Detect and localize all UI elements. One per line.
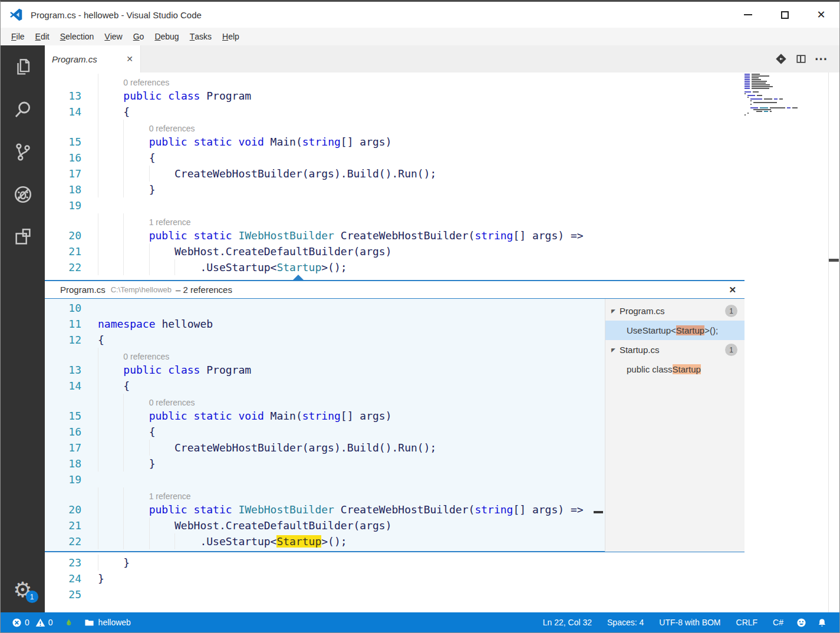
- minimap-line: [745, 93, 832, 94]
- code-line[interactable]: 13public class Program: [45, 88, 839, 104]
- indent-guide: [123, 456, 149, 472]
- code-line[interactable]: 21WebHost.CreateDefaultBuilder(args): [45, 243, 839, 259]
- reference-item[interactable]: public class Startup: [605, 360, 745, 379]
- code-line[interactable]: 13public class Program: [45, 362, 605, 378]
- codelens-row[interactable]: 1 reference: [45, 487, 605, 502]
- line-number: [45, 74, 81, 88]
- line-number: 16: [45, 424, 81, 440]
- minimap[interactable]: [745, 74, 832, 116]
- more-actions-icon[interactable]: ⋯: [811, 49, 831, 69]
- search-icon[interactable]: [8, 95, 38, 124]
- open-changes-icon[interactable]: [771, 49, 791, 69]
- indent-guide: [98, 150, 123, 166]
- code-line[interactable]: 11namespace helloweb: [45, 316, 605, 332]
- code-line[interactable]: 22.UseStartup<Startup>();: [45, 259, 839, 275]
- menu-debug[interactable]: Debug: [149, 28, 184, 45]
- code-line[interactable]: 14{: [45, 378, 605, 394]
- tab-close-icon[interactable]: ✕: [126, 54, 133, 64]
- code-line[interactable]: 14{: [45, 104, 839, 120]
- code-line[interactable]: 21WebHost.CreateDefaultBuilder(args): [45, 517, 605, 533]
- peek-close-icon[interactable]: ✕: [729, 285, 736, 295]
- warning-count: 0: [48, 618, 53, 627]
- minimap-line: [745, 98, 832, 100]
- code-line[interactable]: 20public static IWebHostBuilder CreateWe…: [45, 228, 839, 243]
- cursor-position[interactable]: Ln 22, Col 32: [535, 618, 599, 627]
- code-line[interactable]: 15public static void Main(string[] args): [45, 408, 605, 424]
- indent-guide: [123, 243, 149, 259]
- codelens-row[interactable]: 0 references: [45, 74, 839, 88]
- menu-selection[interactable]: Selection: [55, 28, 100, 45]
- codelens-row[interactable]: 0 references: [45, 120, 839, 134]
- notifications-bell-icon[interactable]: [812, 612, 832, 632]
- code-line[interactable]: 19: [45, 197, 839, 213]
- menu-edit[interactable]: Edit: [30, 28, 55, 45]
- line-number: 20: [45, 228, 81, 243]
- minimize-button[interactable]: [730, 2, 766, 28]
- settings-button[interactable]: ⚙ 1: [13, 579, 32, 601]
- split-editor-icon[interactable]: [791, 49, 811, 69]
- indent-guide: [123, 134, 149, 150]
- line-number: 22: [45, 259, 81, 275]
- menu-help[interactable]: Help: [217, 28, 245, 45]
- project-picker[interactable]: helloweb: [79, 612, 136, 632]
- reference-file-name: Program.cs: [620, 306, 665, 316]
- codelens-row[interactable]: 0 references: [45, 348, 605, 362]
- line-number: 14: [45, 378, 81, 394]
- menu-view[interactable]: View: [99, 28, 127, 45]
- indent-guide: [123, 259, 149, 275]
- match-highlight: Startup: [673, 364, 701, 374]
- code-line[interactable]: 25: [45, 586, 839, 602]
- close-button[interactable]: ✕: [803, 2, 839, 28]
- explorer-icon[interactable]: [8, 52, 38, 82]
- peek-header: Program.cs C:\Temp\helloweb – 2 referenc…: [45, 281, 745, 299]
- menu-file[interactable]: File: [6, 28, 30, 45]
- language-mode[interactable]: C#: [765, 618, 791, 627]
- twistie-expanded-icon[interactable]: ◤: [611, 347, 615, 353]
- feedback-smiley-icon[interactable]: [791, 612, 812, 632]
- code-line[interactable]: 20public static IWebHostBuilder CreateWe…: [45, 502, 605, 517]
- code-line[interactable]: 17CreateWebHostBuilder(args).Build().Run…: [45, 440, 605, 456]
- code-line[interactable]: 24}: [45, 571, 839, 586]
- code-line[interactable]: 18}: [45, 182, 839, 197]
- maximize-button[interactable]: [766, 2, 803, 28]
- code-line[interactable]: 22.UseStartup<Startup>();: [45, 533, 605, 549]
- indent-guide: [98, 104, 123, 120]
- code-line[interactable]: 23}: [45, 555, 839, 571]
- reference-item[interactable]: UseStartup<Startup>();: [605, 321, 745, 340]
- codelens-row[interactable]: 0 references: [45, 394, 605, 408]
- tab-program-cs[interactable]: Program.cs ✕: [45, 45, 141, 72]
- debug-icon[interactable]: [8, 180, 38, 209]
- eol-sequence[interactable]: CRLF: [729, 618, 766, 627]
- editor-code-top: 0 references13public class Program14{0 r…: [45, 72, 839, 275]
- menu-tasks[interactable]: Tasks: [185, 28, 217, 45]
- indent-guide: [123, 182, 149, 197]
- reference-file-row[interactable]: ◤Startup.cs1: [605, 340, 745, 360]
- line-number: 11: [45, 316, 81, 332]
- reference-file-row[interactable]: ◤Program.cs1: [605, 301, 745, 321]
- extensions-icon[interactable]: [8, 222, 38, 252]
- code-line[interactable]: 19: [45, 472, 605, 487]
- source-control-icon[interactable]: [8, 137, 38, 167]
- code-line[interactable]: 15public static void Main(string[] args): [45, 134, 839, 150]
- indent-guide: [98, 88, 123, 104]
- code-line[interactable]: 12{: [45, 332, 605, 348]
- encoding[interactable]: UTF-8 with BOM: [651, 618, 728, 627]
- references-panel: ◤Program.cs1UseStartup<Startup>();◤Start…: [605, 299, 745, 552]
- indentation[interactable]: Spaces: 4: [599, 618, 651, 627]
- tab-label: Program.cs: [52, 54, 97, 64]
- indent-guide: [174, 259, 200, 275]
- code-line[interactable]: 10: [45, 300, 605, 316]
- indent-guide: [123, 408, 149, 424]
- code-line[interactable]: 18}: [45, 456, 605, 472]
- code-line[interactable]: 17CreateWebHostBuilder(args).Build().Run…: [45, 166, 839, 182]
- line-number: [45, 348, 81, 362]
- twistie-expanded-icon[interactable]: ◤: [611, 308, 615, 314]
- line-number: 23: [45, 555, 81, 571]
- code-line[interactable]: 16{: [45, 424, 605, 440]
- editor-scrollbar[interactable]: [828, 72, 839, 612]
- problems-indicator[interactable]: 0 0: [6, 612, 58, 632]
- menu-go[interactable]: Go: [128, 28, 150, 45]
- codelens-row[interactable]: 1 reference: [45, 213, 839, 228]
- omnisharp-flame-icon[interactable]: [58, 612, 79, 632]
- code-line[interactable]: 16{: [45, 150, 839, 166]
